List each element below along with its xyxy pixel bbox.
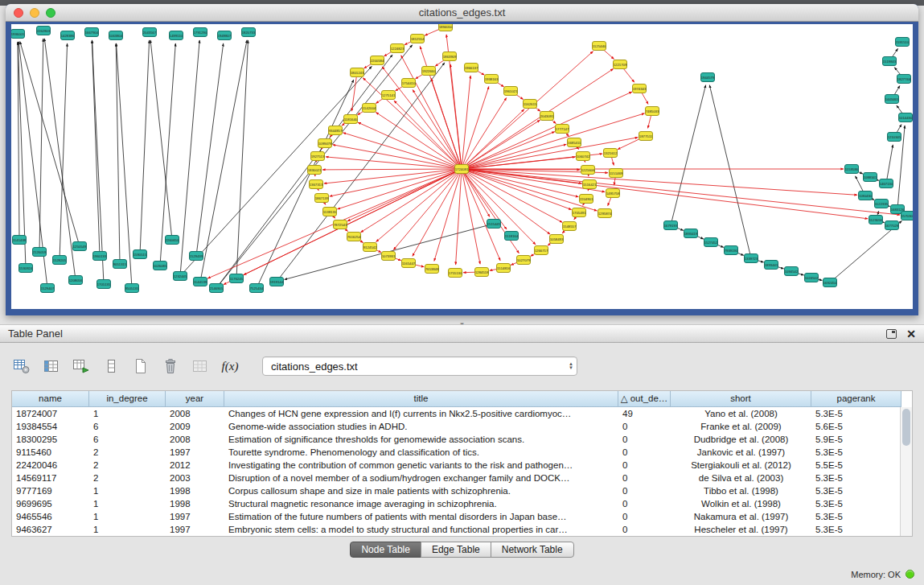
table-row[interactable]: 911546021997Tourette syndrome. Phenomeno…	[12, 446, 912, 459]
graph-node[interactable]: 1529407	[41, 284, 55, 293]
add-column-button[interactable]	[71, 356, 92, 376]
graph-node[interactable]: 1960133	[93, 252, 107, 261]
graph-node[interactable]: 1974343	[633, 84, 647, 93]
graph-node[interactable]: 1927513	[311, 152, 325, 161]
table-row[interactable]: 946554611997Estimation of the future num…	[12, 510, 912, 523]
tab-network-table[interactable]: Network Table	[491, 542, 574, 558]
graph-node[interactable]: 1088341	[864, 173, 877, 182]
graph-node[interactable]: 1755130	[449, 269, 462, 278]
column-header-year[interactable]: year	[166, 391, 224, 407]
graph-node[interactable]: 1724091	[455, 165, 469, 174]
float-panel-button[interactable]	[886, 329, 897, 339]
memory-indicator-button[interactable]	[906, 570, 914, 579]
show-columns-button[interactable]	[41, 356, 62, 376]
graph-node[interactable]: 2043091	[540, 112, 554, 121]
graph-node[interactable]: 1519843	[883, 57, 897, 66]
graph-node[interactable]: 1791290	[194, 28, 207, 37]
graph-node[interactable]: 9051315	[113, 260, 127, 269]
graph-node[interactable]: 1014430	[899, 113, 913, 122]
graph-node[interactable]: 1162615	[524, 100, 537, 109]
column-header-name[interactable]: name	[12, 391, 89, 407]
graph-node[interactable]: 1961021	[504, 87, 518, 96]
graph-node[interactable]: 1180430	[859, 192, 873, 200]
graph-node[interactable]: 1938163	[485, 75, 499, 84]
graph-node[interactable]: 1530924	[19, 264, 33, 273]
graph-node[interactable]: 7485033	[646, 107, 659, 116]
graph-node[interactable]: 2204901	[580, 195, 593, 204]
graph-node[interactable]: 1893419	[684, 229, 698, 238]
tab-edge-table[interactable]: Edge Table	[421, 542, 491, 558]
graph-node[interactable]: 2043567	[143, 28, 157, 37]
column-header-short[interactable]: short	[671, 391, 811, 407]
graph-node[interactable]: 1893441	[765, 261, 778, 270]
window-titlebar[interactable]: citations_edges.txt	[6, 4, 918, 22]
graph-node[interactable]: 1812554	[411, 35, 425, 43]
tab-node-table[interactable]: Node Table	[350, 542, 421, 558]
graph-node[interactable]: 1428386	[61, 31, 75, 40]
graph-node[interactable]: 1922660	[422, 67, 436, 76]
graph-node[interactable]: 9344857	[329, 126, 343, 135]
graph-node[interactable]: 1514816	[497, 264, 511, 273]
graph-node[interactable]: 1232445	[174, 272, 187, 281]
graph-node[interactable]: 1949807	[218, 31, 232, 40]
graph-node[interactable]: 1944579	[701, 73, 715, 82]
graph-node[interactable]: 1176245	[230, 274, 244, 283]
graph-node[interactable]: 1516421	[583, 180, 597, 189]
function-builder-button[interactable]: f(x)	[220, 356, 240, 376]
graph-node[interactable]: 1165447	[402, 259, 416, 268]
graph-node[interactable]: 1060742	[577, 152, 590, 161]
graph-node[interactable]: 1705135	[97, 280, 111, 289]
graph-node[interactable]: 1677028	[885, 221, 899, 230]
graph-node[interactable]: 1936005	[11, 30, 25, 39]
graph-node[interactable]: 1159586	[845, 165, 859, 174]
graph-node[interactable]: 1830021	[308, 166, 322, 175]
graph-node[interactable]: 1295874	[598, 209, 612, 218]
graph-node[interactable]: 1367313	[310, 180, 323, 189]
graph-node[interactable]: 9124542	[363, 243, 377, 252]
graph-node[interactable]: 1877511	[639, 132, 653, 141]
table-row[interactable]: 1938455462009Genome-wide association stu…	[12, 420, 912, 433]
graph-node[interactable]: 1144139	[194, 278, 207, 286]
graph-node[interactable]: 1275141	[382, 91, 396, 100]
table-row[interactable]: 1456911722003Disruption of a novel membe…	[12, 472, 912, 484]
table-row[interactable]: 977716911998Corpus callosum shape and si…	[12, 484, 912, 497]
graph-node[interactable]: 1221709	[614, 60, 627, 69]
column-header-out_degree[interactable]: △ out_de…	[618, 391, 671, 407]
new-table-button[interactable]	[130, 356, 151, 376]
graph-node[interactable]: 1122335	[875, 200, 889, 208]
graph-node[interactable]: 1966137	[465, 64, 478, 72]
graph-node[interactable]: 1058493	[550, 235, 564, 244]
graph-node[interactable]: 1284518	[475, 268, 489, 277]
graph-node[interactable]: 2262803	[37, 27, 51, 35]
graph-node[interactable]: 1138131	[323, 208, 337, 216]
table-mode-button[interactable]	[11, 356, 32, 376]
graph-node[interactable]: 1266717	[535, 246, 548, 255]
graph-node[interactable]: 7872543	[334, 220, 347, 229]
graph-node[interactable]: 1250549	[73, 242, 87, 251]
graph-node[interactable]: 1026085	[154, 262, 167, 270]
graph-node[interactable]: 2146905	[210, 284, 224, 293]
graph-node[interactable]: 1827744	[897, 75, 911, 84]
graph-node[interactable]: 1518164	[505, 232, 519, 241]
import-table-button[interactable]	[190, 356, 211, 376]
graph-node[interactable]: 2126059	[33, 248, 47, 257]
graph-node[interactable]: 1142004	[363, 104, 376, 113]
table-row[interactable]: 2242004622012Investigating the contribut…	[12, 459, 912, 472]
table-select-dropdown[interactable]: citations_edges.txt ▲▼	[262, 356, 577, 376]
table-scrollbar[interactable]	[900, 407, 912, 536]
graph-node[interactable]: 2200584	[371, 56, 384, 65]
graph-node[interactable]: 1027079	[517, 256, 531, 265]
graph-node[interactable]: 1094542	[785, 267, 799, 276]
delete-table-button[interactable]	[160, 356, 181, 376]
graph-node[interactable]: 1099478	[318, 139, 332, 148]
graph-node[interactable]: 1692450	[823, 278, 837, 287]
graph-node[interactable]: 1181640	[344, 115, 358, 124]
graph-node[interactable]: 1548557	[563, 222, 577, 231]
graph-node[interactable]: 1685411	[568, 138, 581, 147]
graph-node[interactable]: 1208056	[69, 276, 83, 285]
graph-node[interactable]: 1867139	[315, 194, 329, 203]
graph-node[interactable]: 1339723	[745, 254, 758, 263]
graph-node[interactable]: 1590515	[133, 250, 147, 259]
table-row[interactable]: 946362711997Embryonic stem cells: a mode…	[12, 523, 912, 536]
graph-node[interactable]: 1125440	[593, 42, 606, 51]
